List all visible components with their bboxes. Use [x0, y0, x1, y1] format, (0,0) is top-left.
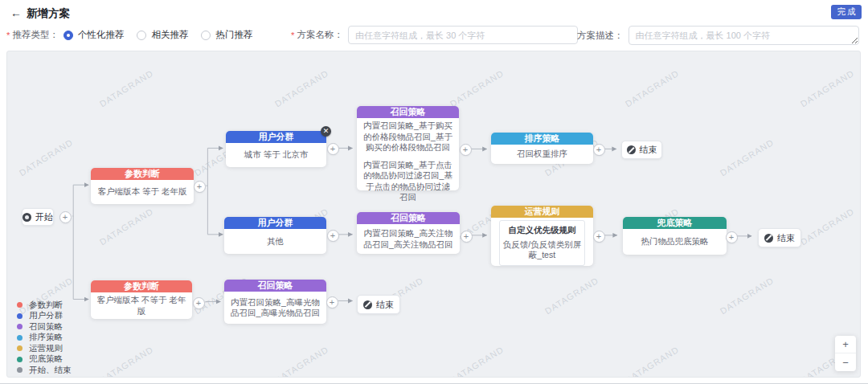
rule-item[interactable]: 自定义优先级规则负反馈/负反馈类别屏蔽_test: [499, 220, 585, 266]
legend-label: 运营规则: [29, 343, 63, 354]
flow-node-end-1[interactable]: 结束: [621, 141, 662, 159]
node-body: 城市 等于 北京市: [226, 143, 326, 167]
terminal-label: 结束: [376, 299, 394, 311]
radio-label: 热门推荐: [215, 29, 252, 41]
add-node-button-user-2[interactable]: +: [327, 230, 339, 242]
radio-selected-icon[interactable]: [63, 31, 73, 40]
flow-node-end-3[interactable]: 结束: [357, 295, 400, 314]
node-line: 城市 等于 北京市: [231, 149, 321, 161]
recommend-type-label: 推荐类型：: [12, 29, 59, 41]
node-header: 运营规则: [491, 206, 593, 218]
rule-subtitle: 负反馈/负反馈类别屏蔽_test: [502, 239, 582, 261]
recommend-type-radio-group: 个性化推荐相关推荐热门推荐: [63, 29, 266, 42]
recommend-type-field: * 推荐类型： 个性化推荐相关推荐热门推荐: [6, 29, 265, 42]
flow-node-param-2[interactable]: 参数判断客户端版本 不等于 老年版: [91, 280, 192, 319]
node-type-legend: 参数判断用户分群召回策略排序策略运营规则兜底策略开始、结束: [17, 300, 72, 376]
end-icon: [627, 145, 636, 154]
radio-相关推荐[interactable]: 相关推荐: [137, 29, 188, 41]
legend-label: 开始、结束: [29, 365, 72, 376]
legend-dot-icon: [17, 335, 23, 341]
add-node-button-param-1[interactable]: +: [194, 181, 206, 193]
legend-item: 排序策略: [17, 333, 72, 344]
legend-dot-icon: [17, 313, 23, 319]
legend-dot-icon: [17, 302, 23, 308]
zoom-in-button[interactable]: +: [835, 336, 856, 353]
rule-title: 自定义优先级规则: [502, 225, 582, 236]
end-icon: [363, 300, 372, 309]
legend-label: 兜底策略: [29, 353, 63, 365]
add-node-button-start[interactable]: +: [59, 211, 72, 223]
add-node-button-param-2[interactable]: +: [193, 297, 205, 309]
zoom-out-button[interactable]: −: [835, 353, 856, 371]
node-line: 内置召回策略_高关注物品召回_高关注物品召回: [362, 228, 455, 250]
node-body: 客户端版本 等于 老年版: [91, 180, 194, 204]
terminal-label: 开始: [35, 211, 53, 223]
node-line: 内置召回策略_基于购买的价格段物品召回_基于购买的价格段物品召回: [362, 121, 454, 153]
add-node-button-sort-1[interactable]: +: [593, 144, 605, 156]
node-line: 客户端版本 等于 老年版: [96, 186, 189, 198]
flow-node-fallback-1[interactable]: 兜底策略热门物品兜底策略: [623, 217, 727, 255]
radio-个性化推荐[interactable]: 个性化推荐: [63, 29, 125, 41]
node-body: 客户端版本 不等于 老年版: [91, 292, 192, 319]
add-node-button-recall-2[interactable]: +: [461, 231, 473, 243]
plan-name-input[interactable]: [348, 26, 578, 44]
legend-item: 召回策略: [17, 321, 72, 333]
node-header: 参数判断: [91, 280, 192, 292]
flow-node-start[interactable]: 开始: [22, 208, 54, 226]
legend-label: 参数判断: [29, 300, 63, 311]
close-node-icon[interactable]: ✕: [321, 126, 331, 137]
legend-dot-icon: [17, 345, 23, 351]
plan-desc-field: 方案描述：: [577, 26, 859, 45]
node-body: 内置召回策略_基于购买的价格段物品召回_基于购买的价格段物品召回内置召回策略_基…: [357, 118, 459, 206]
radio-unselected-icon[interactable]: [137, 31, 146, 40]
node-line: 热门物品兜底策略: [628, 236, 722, 247]
legend-label: 用户分群: [29, 310, 63, 321]
flow-node-param-1[interactable]: 参数判断客户端版本 等于 老年版: [91, 168, 194, 204]
add-node-button-recall-3[interactable]: +: [326, 296, 338, 308]
flow-node-user-2[interactable]: 用户分群其他: [224, 217, 326, 254]
legend-dot-icon: [17, 324, 23, 329]
flow-node-end-2[interactable]: 结束: [758, 228, 801, 247]
node-line: 客户端版本 不等于 老年版: [96, 295, 187, 317]
node-body: 其他: [224, 229, 326, 254]
add-node-button-fallback-1[interactable]: +: [726, 231, 738, 243]
node-body: 内置召回策略_高曝光物品召回_高曝光物品召回: [224, 292, 326, 324]
required-mark: *: [291, 31, 294, 40]
node-header: 用户分群: [224, 217, 326, 229]
node-body: 内置召回策略_高关注物品召回_高关注物品召回: [357, 224, 460, 254]
node-header: 兜底策略: [623, 217, 727, 229]
flow-node-sort-1[interactable]: 排序策略召回权重排序: [491, 133, 593, 164]
node-header: 参数判断: [91, 168, 194, 180]
plan-name-field: * 方案名称：: [291, 26, 578, 44]
required-mark: *: [6, 31, 10, 40]
terminal-label: 结束: [777, 232, 795, 244]
flow-node-user-1[interactable]: 用户分群城市 等于 北京市✕: [226, 131, 326, 167]
flow-canvas[interactable]: DATAGRANDDATAGRANDDATAGRANDDATAGRANDDATA…: [6, 51, 861, 378]
legend-item: 运营规则: [17, 343, 72, 354]
node-header: 用户分群: [226, 131, 326, 143]
legend-item: 用户分群: [17, 311, 72, 322]
radio-unselected-icon[interactable]: [201, 31, 211, 40]
plan-desc-input[interactable]: [628, 26, 859, 45]
terminal-label: 结束: [640, 144, 657, 156]
node-header: 召回策略: [357, 106, 459, 118]
radio-热门推荐[interactable]: 热门推荐: [201, 29, 252, 41]
flow-node-recall-3[interactable]: 召回策略内置召回策略_高曝光物品召回_高曝光物品召回: [224, 280, 326, 324]
add-node-button-user-1[interactable]: +: [327, 143, 339, 155]
plan-name-label: 方案名称：: [297, 29, 343, 41]
node-body: 召回权重排序: [491, 145, 593, 164]
legend-dot-icon: [17, 357, 23, 362]
node-line: 内置召回策略_基于点击的物品协同过滤召回_基于点击的物品协同过滤召回: [362, 160, 454, 203]
node-header: 排序策略: [491, 133, 593, 145]
node-line: 内置召回策略_高曝光物品召回_高曝光物品召回: [229, 297, 321, 319]
radio-label: 个性化推荐: [78, 29, 125, 41]
end-icon: [764, 234, 773, 243]
flow-node-recall-2[interactable]: 召回策略内置召回策略_高关注物品召回_高关注物品召回: [357, 212, 460, 254]
add-node-button-oprule-1[interactable]: +: [593, 231, 605, 243]
plan-desc-label: 方案描述：: [577, 30, 624, 42]
legend-label: 排序策略: [29, 332, 63, 343]
flow-node-recall-1[interactable]: 召回策略内置召回策略_基于购买的价格段物品召回_基于购买的价格段物品召回内置召回…: [357, 106, 459, 190]
new-plan-page: ← 新增方案 完成 * 推荐类型： 个性化推荐相关推荐热门推荐 * 方案名称： …: [0, 0, 868, 384]
flow-node-oprule-1[interactable]: 运营规则自定义优先级规则负反馈/负反馈类别屏蔽_test: [491, 206, 593, 266]
add-node-button-recall-1[interactable]: +: [460, 144, 472, 156]
